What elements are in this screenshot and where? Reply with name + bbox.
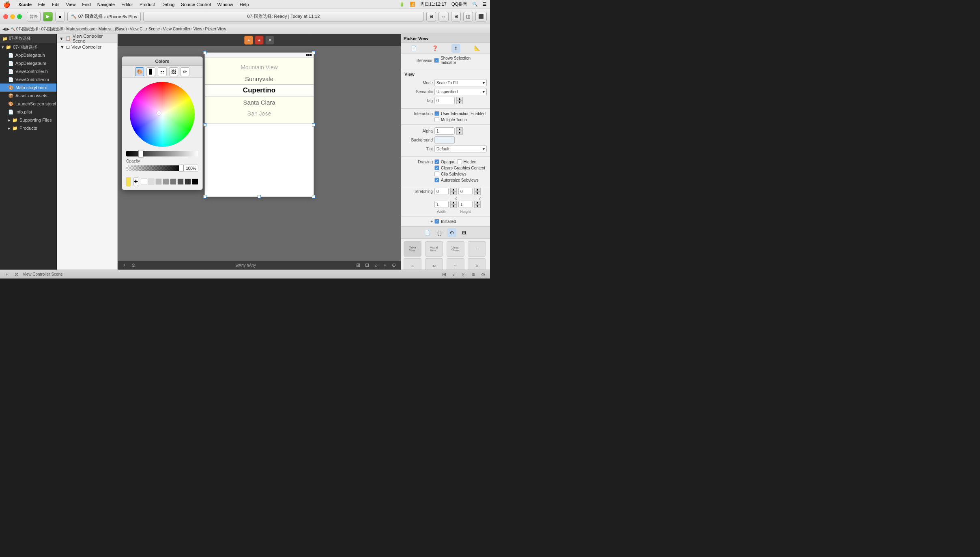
sh-dec[interactable]: ▼ xyxy=(474,204,481,208)
breadcrumb-item-4[interactable]: Main.st...(Base) xyxy=(99,27,127,31)
color-wheel[interactable] xyxy=(130,82,195,147)
breadcrumb-item-6[interactable]: View Controller xyxy=(163,27,191,31)
thumb-add-view[interactable]: + xyxy=(468,241,486,257)
hex-cell-8[interactable] xyxy=(192,178,198,185)
semantic-value[interactable]: Unspecified ▾ xyxy=(434,88,487,95)
mode-value[interactable]: Scale To Fill ▾ xyxy=(434,79,487,86)
thumb-gesture[interactable]: 〜 xyxy=(447,258,464,270)
insp-attributes-btn[interactable]: 🎛 xyxy=(451,44,460,53)
view-hierarchy-btn[interactable]: ⊙ xyxy=(13,271,20,278)
alpha-decrement[interactable]: ▼ xyxy=(456,131,463,135)
clip-checkbox[interactable] xyxy=(434,171,439,176)
stretching-width-value[interactable]: 1 xyxy=(434,201,449,208)
menu-debug[interactable]: Debug xyxy=(161,2,174,7)
clears-checkbox[interactable]: ✓ xyxy=(434,165,439,170)
breadcrumb-item-8[interactable]: Picker View xyxy=(205,27,226,31)
multiple-touch-checkbox[interactable] xyxy=(434,117,439,122)
sidebar-item-appdelegate-h[interactable]: 📄 AppDelegate.h xyxy=(0,51,56,59)
installed-checkbox[interactable]: ✓ xyxy=(434,219,439,224)
hex-cell-2[interactable] xyxy=(148,178,155,185)
layout-toggle-5[interactable]: ⬛ xyxy=(475,12,487,21)
layout-toggle-3[interactable]: ⊞ xyxy=(451,12,461,21)
breadcrumb-nav-forward[interactable]: ▶ xyxy=(6,27,10,31)
shows-selection-checkbox[interactable]: ✓ xyxy=(434,58,439,63)
background-color[interactable] xyxy=(434,136,455,144)
color-palette-btn[interactable]: ⚏ xyxy=(158,67,167,76)
scene-item-controller[interactable]: ▼ ⊡ View Controller xyxy=(57,43,117,51)
opacity-slider[interactable] xyxy=(126,165,181,171)
hex-cell-5[interactable] xyxy=(170,178,176,185)
alpha-stepper[interactable]: ▲ ▼ xyxy=(456,127,463,135)
resolve-constraints-btn[interactable]: ⊙ xyxy=(479,271,487,278)
sx-dec[interactable]: ▼ xyxy=(450,191,457,195)
resize-handle-mr[interactable] xyxy=(312,123,315,126)
opacity-value[interactable]: 100% xyxy=(184,165,198,172)
grid-btn[interactable]: ⊞ xyxy=(355,261,362,269)
alpha-increment[interactable]: ▲ xyxy=(456,127,463,131)
sw-inc[interactable]: ▲ xyxy=(450,201,457,204)
resize-handle-bl[interactable] xyxy=(203,195,206,198)
sx-inc[interactable]: ▲ xyxy=(450,188,457,191)
run-button[interactable]: ▶ xyxy=(43,12,53,21)
insp-bottom-circle[interactable]: ⊙ xyxy=(447,228,456,237)
breadcrumb-item-2[interactable]: 07-国旗选择 xyxy=(41,26,63,32)
sidebar-item-assets[interactable]: 📦 Assets.xcassets xyxy=(0,92,56,100)
menu-view[interactable]: View xyxy=(66,2,76,7)
eyedropper-btn[interactable]: ✚ xyxy=(133,177,138,186)
color-wheel-btn[interactable]: 🎨 xyxy=(135,67,144,76)
sidebar-item-launchscreen[interactable]: 🎨 LaunchScreen.storyboard xyxy=(0,100,56,108)
sy-dec[interactable]: ▼ xyxy=(474,191,481,195)
color-crayons-btn[interactable]: ✏ xyxy=(181,67,189,76)
layout-toggle-1[interactable]: ⊟ xyxy=(426,12,436,21)
fullscreen-button[interactable] xyxy=(17,14,22,19)
resize-handle-tr[interactable] xyxy=(312,51,315,54)
thumb-table-view[interactable]: TableView xyxy=(404,241,421,257)
pause-button[interactable]: 暂停 xyxy=(27,12,41,21)
resize-handle-tl[interactable] xyxy=(203,51,206,54)
menu-source-control[interactable]: Source Control xyxy=(181,2,211,7)
sw-dec[interactable]: ▼ xyxy=(450,204,457,208)
constraints-btn[interactable]: ≡ xyxy=(470,271,477,278)
stretching-height-value[interactable]: 1 xyxy=(458,201,473,208)
align-btn[interactable]: ≡ xyxy=(381,261,389,269)
thumb-smiley[interactable]: ☺ xyxy=(404,258,421,270)
sidebar-item-project[interactable]: ▾ 📁 07-国旗选择 xyxy=(0,43,56,51)
color-image-btn[interactable]: 🖼 xyxy=(169,67,178,76)
layout-toggle-2[interactable]: ↔ xyxy=(438,12,449,21)
hex-cell-7[interactable] xyxy=(185,178,191,185)
breadcrumb-nav-back[interactable]: ◀ xyxy=(2,27,6,31)
autoresize-checkbox[interactable]: ✓ xyxy=(434,178,439,182)
sidebar-item-supporting[interactable]: ▸ 📁 Supporting Files xyxy=(0,116,56,124)
insp-size-btn[interactable]: 📐 xyxy=(473,44,481,53)
sidebar-item-viewcontroller-h[interactable]: 📄 ViewController.h xyxy=(0,67,56,75)
tag-stepper[interactable]: ▲ ▼ xyxy=(456,97,463,104)
adjust-btn[interactable]: ⊙ xyxy=(390,261,398,269)
insp-bottom-file[interactable]: 📄 xyxy=(423,228,432,237)
align-objects-btn[interactable]: ⊡ xyxy=(460,271,467,278)
user-interaction-checkbox[interactable]: ✓ xyxy=(434,111,439,116)
breadcrumb-item-3[interactable]: Main.storyboard xyxy=(67,27,96,31)
search-icon[interactable]: 🔍 xyxy=(472,2,478,7)
thumb-visual-view[interactable]: VisualView xyxy=(425,241,443,257)
canvas-btn-orange[interactable]: ● xyxy=(244,36,253,45)
menu-window[interactable]: Window xyxy=(217,2,233,7)
canvas-btn-close[interactable]: ✕ xyxy=(265,36,274,45)
menu-edit[interactable]: Edit xyxy=(52,2,60,7)
thumb-visual-views[interactable]: VisualViews xyxy=(447,241,464,257)
storyboard-view-btn[interactable]: ⊞ xyxy=(441,271,448,278)
minimize-button[interactable] xyxy=(10,14,15,19)
menu-file[interactable]: File xyxy=(38,2,45,7)
menu-product[interactable]: Product xyxy=(140,2,155,7)
menu-editor[interactable]: Editor xyxy=(121,2,133,7)
breadcrumb-item-5[interactable]: View C...r Scene xyxy=(130,27,160,31)
stretching-w-stepper[interactable]: ▲ ▼ xyxy=(450,201,457,208)
hex-cell-6[interactable] xyxy=(177,178,184,185)
tag-value[interactable]: 0 xyxy=(434,97,455,104)
stop-button[interactable]: ■ xyxy=(55,12,65,21)
menu-help[interactable]: Help xyxy=(240,2,249,7)
insp-file-btn[interactable]: 📄 xyxy=(410,44,419,53)
add-object-btn[interactable]: + xyxy=(121,261,128,269)
resize-handle-bm[interactable] xyxy=(258,195,261,198)
alpha-value[interactable]: 1 xyxy=(434,127,455,135)
hex-cell-3[interactable] xyxy=(155,178,162,185)
